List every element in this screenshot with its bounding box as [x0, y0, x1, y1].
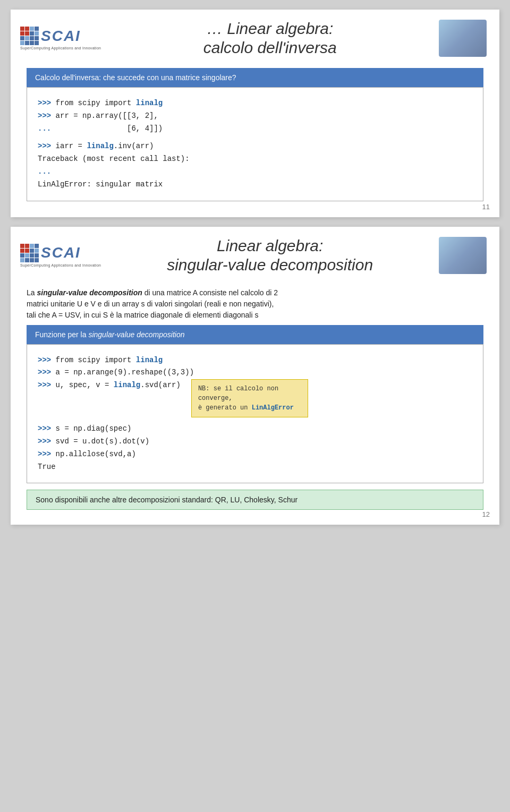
slide-1-body: Calcolo dell'inversa: che succede con un… — [11, 63, 499, 217]
body-text-line3: tali che A = USV, in cui S è la matrice … — [27, 310, 483, 321]
keyword-1: linalg — [136, 99, 163, 107]
slide-1-title-line2: calcolo dell'inversa — [203, 39, 337, 56]
code-line-2: >>> arr = np.array([[3, 2], — [38, 110, 472, 123]
code-text-4b: .inv(arr) — [114, 142, 154, 150]
s2-code-line-5: >>> svd = u.dot(s).dot(v) — [38, 435, 472, 448]
page-number-2: 12 — [482, 510, 490, 518]
prompt-2: >>> — [38, 112, 56, 120]
prompt-4: >>> — [38, 142, 56, 150]
slide-1-decoration — [439, 20, 487, 57]
s2-prompt-4: >>> — [38, 424, 56, 433]
slide-2-decoration — [439, 237, 487, 274]
body-text-line1: La singular-value decomposition di una m… — [27, 287, 483, 298]
keyword-4: linalg — [87, 142, 113, 150]
s2-code-text-7: True — [38, 463, 56, 471]
s2-prompt-2: >>> — [38, 368, 56, 377]
logo-text: SCAI — [41, 28, 81, 45]
s2-prompt-3: >>> — [38, 381, 56, 389]
s2-keyword-1: linalg — [136, 356, 163, 364]
code-text-4: iarr = — [56, 142, 87, 150]
page-number-1: 11 — [482, 203, 490, 211]
slide-2-body-text: La singular-value decomposition di una m… — [11, 280, 499, 325]
code-text-5: Traceback (most recent call last): — [38, 155, 190, 163]
note-text-1: NB: se il calcolo non converge, — [198, 385, 278, 402]
s2-prompt-6: >>> — [38, 450, 56, 458]
logo-scai-1: SCAI — [20, 27, 81, 45]
slide-2: SCAI SuperComputing Applications and Inn… — [11, 227, 499, 525]
slide-2-code-box: >>> from scipy import linalg >>> a = np.… — [27, 344, 483, 484]
slide-1-header: SCAI SuperComputing Applications and Inn… — [11, 10, 499, 63]
slide-2-footer-spacer — [11, 514, 499, 525]
code-line-3: ... [6, 4]]) — [38, 123, 472, 135]
s2-prompt-5: >>> — [38, 437, 56, 446]
slide-1-title: … Linear algebra: calcolo dell'inversa — [101, 19, 439, 57]
s2-code-text-3: u, spec, v = — [56, 381, 114, 389]
code-text-3: [6, 4]]) — [56, 124, 163, 133]
prompt-6: ... — [38, 167, 51, 176]
slide-2-code-area: Funzione per la singular-value decomposi… — [11, 325, 499, 484]
slide-2-blue-header: Funzione per la singular-value decomposi… — [27, 325, 483, 344]
code-line-1: >>> from scipy import linalg — [38, 97, 472, 110]
code-line-5: Traceback (most recent call last): — [38, 153, 472, 166]
s2-code-line-3: >>> u, spec, v = linalg.svd(arr) — [38, 379, 181, 392]
s2-code-line-4: >>> s = np.diag(spec) — [38, 423, 472, 435]
slide-2-title: Linear algebra: singular-value decomposi… — [101, 236, 439, 275]
logo-scai-2: SCAI — [20, 244, 81, 262]
s2-code-line-3-row: >>> u, spec, v = linalg.svd(arr) NB: se … — [38, 379, 472, 417]
s2-code-line-1: >>> from scipy import linalg — [38, 354, 472, 367]
slide-2-green-box: Sono disponibili anche altre decomposizi… — [27, 490, 483, 510]
code-text-1: from scipy import — [56, 99, 136, 107]
logo-area-1: SCAI SuperComputing Applications and Inn… — [20, 27, 101, 50]
s2-prompt-1: >>> — [38, 356, 56, 364]
prompt-3: ... — [38, 124, 56, 133]
slide-2-header: SCAI SuperComputing Applications and Inn… — [11, 227, 499, 280]
slide-1-code-box: >>> from scipy import linalg >>> arr = n… — [27, 87, 483, 201]
slide-2-title-area: Linear algebra: singular-value decomposi… — [101, 236, 439, 275]
prompt-1: >>> — [38, 99, 56, 107]
slide-1-title-area: … Linear algebra: calcolo dell'inversa — [101, 19, 439, 57]
slide-1: SCAI SuperComputing Applications and Inn… — [11, 10, 499, 217]
slide-1-title-line1: … Linear algebra: — [207, 20, 333, 37]
slide-1-blue-header: Calcolo dell'inversa: che succede con un… — [27, 68, 483, 87]
code-text-7: LinAlgError: singular matrix — [38, 180, 163, 189]
s2-code-text-1: from scipy import — [56, 356, 136, 364]
s2-code-text-3b: .svd(arr) — [140, 381, 181, 389]
s2-spacer-1 — [38, 417, 472, 423]
note-text-2: è generato un — [198, 404, 252, 412]
s2-code-text-4: s = np.diag(spec) — [56, 424, 132, 433]
s2-keyword-3: linalg — [114, 381, 140, 389]
logo-subtitle-2: SuperComputing Applications and Innovati… — [20, 263, 101, 267]
code-line-7: LinAlgError: singular matrix — [38, 178, 472, 191]
s2-code-line-6: >>> np.allclose(svd,a) — [38, 448, 472, 461]
s2-code-text-5: svd = u.dot(s).dot(v) — [56, 437, 149, 446]
slide-2-title-line1: Linear algebra: — [217, 237, 323, 254]
s2-code-text-2: a = np.arange(9).reshape((3,3)) — [56, 368, 194, 377]
code-line-6: ... — [38, 166, 472, 178]
code-spacer-1 — [38, 135, 472, 140]
code-line-4: >>> iarr = linalg.inv(arr) — [38, 140, 472, 153]
logo-subtitle-1: SuperComputing Applications and Innovati… — [20, 46, 101, 50]
logo-grid-icon — [20, 27, 39, 45]
logo-area-2: SCAI SuperComputing Applications and Inn… — [20, 244, 101, 267]
body-text-line2: matrici unitarie U e V e di un array s d… — [27, 298, 483, 310]
logo-text-2: SCAI — [41, 244, 81, 261]
slide-2-title-line2: singular-value decomposition — [167, 256, 373, 273]
logo-grid-icon-2 — [20, 244, 39, 262]
code-text-2: arr = np.array([[3, 2], — [56, 112, 158, 120]
s2-code-text-6: np.allclose(svd,a) — [56, 450, 136, 458]
s2-code-line-7: True — [38, 461, 472, 474]
note-code: LinAlgError — [252, 404, 294, 412]
s2-code-line-2: >>> a = np.arange(9).reshape((3,3)) — [38, 366, 472, 379]
note-box: NB: se il calcolo non converge, è genera… — [191, 379, 308, 417]
